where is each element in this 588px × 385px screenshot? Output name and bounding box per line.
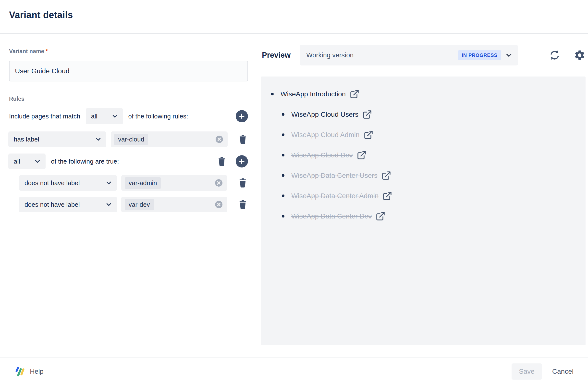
preview-header: Preview Working version IN PROGRESS <box>262 45 586 66</box>
save-button[interactable]: Save <box>512 363 542 380</box>
bullet <box>282 113 284 116</box>
bullet <box>282 174 284 177</box>
group-connector-select[interactable]: all <box>8 154 45 169</box>
condition-select[interactable]: has label <box>8 132 106 147</box>
page-title[interactable]: WiseApp Introduction <box>280 90 346 98</box>
page-title: Variant details <box>9 10 73 20</box>
delete-rule-button[interactable] <box>238 199 248 210</box>
bullet <box>282 154 284 157</box>
rule-row: has label var-cloud <box>8 132 248 147</box>
page-row: WiseApp Data Center Dev <box>261 206 586 226</box>
plus-icon <box>238 158 246 165</box>
match-connector-select[interactable]: all <box>86 108 123 124</box>
cancel-button[interactable]: Cancel <box>549 368 577 375</box>
delete-rule-button[interactable] <box>238 177 248 189</box>
label-chip: var-admin <box>125 177 161 189</box>
external-link-icon[interactable] <box>376 211 385 221</box>
external-link-icon[interactable] <box>382 191 392 201</box>
page-row: WiseApp Data Center Admin <box>261 186 586 206</box>
refresh-button[interactable] <box>549 49 561 61</box>
delete-group-button[interactable] <box>217 156 227 167</box>
clear-circle-icon[interactable] <box>215 135 224 144</box>
page-title[interactable]: WiseApp Cloud Users <box>291 111 358 118</box>
page-row: WiseApp Cloud Admin <box>261 125 586 145</box>
bullet <box>282 194 284 197</box>
trash-icon <box>238 134 248 145</box>
external-link-icon[interactable] <box>364 130 373 140</box>
external-link-icon[interactable] <box>357 150 367 160</box>
match-rule-row: Include pages that match all of the foll… <box>9 108 248 125</box>
clear-circle-icon[interactable] <box>214 179 223 187</box>
external-link-icon[interactable] <box>362 110 372 119</box>
add-nested-rule-button[interactable] <box>236 155 248 167</box>
chevron-down-icon <box>105 201 112 208</box>
page-title[interactable]: WiseApp Cloud Admin <box>291 131 360 139</box>
k15t-logo-icon <box>14 366 25 377</box>
refresh-icon <box>549 49 561 61</box>
bullet <box>271 93 274 95</box>
dialog-footer: Help Save Cancel <box>0 358 588 385</box>
page-title[interactable]: WiseApp Data Center Admin <box>291 192 378 200</box>
plus-icon <box>238 113 246 120</box>
match-prefix-text: Include pages that match <box>9 113 80 120</box>
page-row: WiseApp Cloud Dev <box>261 145 586 165</box>
nested-rule-row: does not have label var-dev <box>8 197 248 212</box>
required-asterisk: * <box>45 48 48 54</box>
label-chip: var-cloud <box>114 134 148 145</box>
bullet <box>282 133 284 136</box>
dialog-header: Variant details <box>0 0 588 34</box>
rules-section-label: Rules <box>9 96 24 102</box>
gear-icon <box>574 49 586 61</box>
variant-details-dialog: Variant details Variant name* Rules Incl… <box>0 0 588 385</box>
page-row: WiseApp Introduction <box>261 84 586 104</box>
trash-icon <box>238 199 248 210</box>
condition-select[interactable]: does not have label <box>19 175 117 191</box>
page-title[interactable]: WiseApp Data Center Users <box>291 172 378 180</box>
page-title[interactable]: WiseApp Cloud Dev <box>291 151 353 159</box>
group-suffix-text: of the following are true: <box>51 158 119 165</box>
footer-buttons: Save Cancel <box>512 363 577 380</box>
trash-icon <box>217 156 227 167</box>
nested-rule-row: does not have label var-admin <box>8 175 248 191</box>
clear-circle-icon[interactable] <box>214 200 223 209</box>
help-label: Help <box>30 368 44 375</box>
page-row: WiseApp Cloud Users <box>261 104 586 125</box>
preview-title: Preview <box>262 51 291 60</box>
variant-name-label: Variant name* <box>9 48 48 55</box>
page-row: WiseApp Data Center Users <box>261 165 586 186</box>
page-list: WiseApp Introduction WiseApp Cloud Users… <box>261 84 586 226</box>
version-name: Working version <box>306 51 354 59</box>
label-value-field[interactable]: var-admin <box>121 175 227 191</box>
preview-panel: WiseApp Introduction WiseApp Cloud Users… <box>261 76 586 345</box>
trash-icon <box>238 177 248 189</box>
external-link-icon[interactable] <box>381 171 391 181</box>
chevron-down-icon <box>105 179 112 187</box>
rule-group-row: all of the following are true: <box>8 154 248 169</box>
help-link[interactable]: Help <box>14 366 44 377</box>
chevron-down-icon <box>34 158 41 165</box>
chevron-down-icon <box>95 136 102 143</box>
match-suffix-text: of the following rules: <box>128 113 188 120</box>
chevron-down-icon <box>505 51 513 59</box>
add-rule-button[interactable] <box>236 110 248 122</box>
label-value-field[interactable]: var-cloud <box>111 132 228 147</box>
variant-name-input[interactable] <box>9 61 248 81</box>
status-badge: IN PROGRESS <box>458 50 502 60</box>
delete-rule-button[interactable] <box>238 134 248 145</box>
preview-actions <box>549 49 586 61</box>
bullet <box>282 215 284 218</box>
settings-button[interactable] <box>574 49 586 61</box>
page-title[interactable]: WiseApp Data Center Dev <box>291 212 372 220</box>
external-link-icon[interactable] <box>350 89 359 99</box>
label-chip: var-dev <box>125 199 154 210</box>
label-value-field[interactable]: var-dev <box>121 197 227 212</box>
chevron-down-icon <box>111 113 119 120</box>
condition-select[interactable]: does not have label <box>19 197 117 212</box>
version-selector[interactable]: Working version IN PROGRESS <box>300 45 518 66</box>
